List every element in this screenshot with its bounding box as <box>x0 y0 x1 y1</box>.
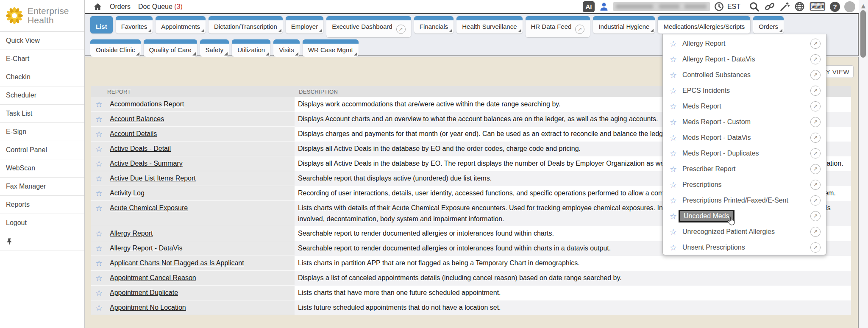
favorite-star-icon[interactable]: ☆ <box>670 54 677 65</box>
tab-executive-dashboard[interactable]: Executive Dashboard↗ <box>326 16 411 37</box>
sidebar-item-quick-view[interactable]: Quick View <box>0 32 84 50</box>
favorite-star-icon[interactable]: ☆ <box>670 101 677 112</box>
tab-quality-of-care[interactable]: Quality of Care <box>144 39 197 57</box>
open-report-icon[interactable]: ↗ <box>810 86 821 96</box>
favorite-star-icon[interactable]: ☆ <box>95 302 103 313</box>
report-link-applicant-charts-not-flagged-as-is-applicant[interactable]: Applicant Charts Not Flagged as Is Appli… <box>110 258 244 269</box>
menu-item-controlled-substances[interactable]: ☆Controlled Substances↗ <box>663 67 826 83</box>
tab-wr-case-mgmt[interactable]: WR Case Mgmt <box>303 39 359 57</box>
tab-appointments[interactable]: Appointments <box>156 16 206 33</box>
sidebar-item-scheduler[interactable]: Scheduler <box>0 86 84 105</box>
sidebar-item-reports[interactable]: Reports <box>0 196 84 214</box>
search-icon[interactable] <box>749 1 760 12</box>
report-link-active-deals-detail[interactable]: Active Deals - Detail <box>110 143 171 154</box>
clock-icon[interactable] <box>714 2 724 11</box>
pin-sidebar-button[interactable] <box>0 232 84 250</box>
avatar[interactable] <box>844 1 855 12</box>
favorite-star-icon[interactable]: ☆ <box>670 242 677 253</box>
favorite-star-icon[interactable]: ☆ <box>95 99 103 110</box>
sidebar-item-e-sign[interactable]: E-Sign <box>0 123 84 141</box>
menu-item-prescriptions-printed-faxed-e-sent[interactable]: ☆Prescriptions Printed/Faxed/E-Sent↗ <box>663 192 826 208</box>
favorite-star-icon[interactable]: ☆ <box>95 114 103 125</box>
favorite-star-icon[interactable]: ☆ <box>95 243 103 254</box>
open-report-icon[interactable]: ↗ <box>810 70 821 80</box>
tab-health-surveillance[interactable]: Health Surveillance <box>456 16 522 33</box>
open-report-icon[interactable]: ↗ <box>810 180 821 190</box>
scrollbar-thumb[interactable] <box>860 10 866 58</box>
report-link-active-deals-summary[interactable]: Active Deals - Summary <box>110 158 183 169</box>
tab-hr-data-feed[interactable]: HR Data Feed↗ <box>526 16 590 37</box>
open-report-icon[interactable]: ↗ <box>810 101 821 111</box>
favorite-star-icon[interactable]: ☆ <box>670 69 677 81</box>
open-report-icon[interactable]: ↗ <box>810 148 821 158</box>
tab-financials[interactable]: Financials <box>414 16 454 33</box>
ai-badge[interactable]: AI <box>583 1 595 12</box>
report-link-accommodations-report[interactable]: Accommodations Report <box>110 99 184 110</box>
favorite-star-icon[interactable]: ☆ <box>670 226 677 237</box>
menu-item-unrecognized-patient-allergies[interactable]: ☆Unrecognized Patient Allergies↗ <box>663 224 826 239</box>
favorite-star-icon[interactable]: ☆ <box>670 148 677 159</box>
favorite-star-icon[interactable]: ☆ <box>670 211 677 222</box>
favorite-star-icon[interactable]: ☆ <box>95 128 103 139</box>
favorite-star-icon[interactable]: ☆ <box>95 203 103 214</box>
menu-item-prescriptions[interactable]: ☆Prescriptions↗ <box>663 177 826 192</box>
report-link-active-due-list-items-report[interactable]: Active Due List Items Report <box>110 173 196 184</box>
report-link-allergy-report[interactable]: Allergy Report <box>110 228 153 239</box>
sidebar-item-checkin[interactable]: Checkin <box>0 68 84 86</box>
help-icon[interactable]: ? <box>830 2 840 12</box>
sidebar-item-fax-manager[interactable]: Fax Manager <box>0 178 84 196</box>
menu-item-meds-report-datavis[interactable]: ☆Meds Report - DataVis↗ <box>663 130 826 145</box>
menu-item-unsent-prescriptions[interactable]: ☆Unsent Prescriptions↗ <box>663 239 826 255</box>
open-report-icon[interactable]: ↗ <box>810 39 821 49</box>
tab-safety[interactable]: Safety <box>200 39 229 57</box>
menu-item-uncoded-meds[interactable]: ☆Uncoded Meds↗ <box>663 208 826 224</box>
report-link-appointment-no-location[interactable]: Appointment No Location <box>110 302 186 313</box>
menu-item-meds-report[interactable]: ☆Meds Report↗ <box>663 98 826 114</box>
favorite-star-icon[interactable]: ☆ <box>670 132 677 143</box>
favorite-star-icon[interactable]: ☆ <box>95 158 103 169</box>
open-report-icon[interactable]: ↗ <box>810 211 821 221</box>
menu-item-allergy-report-datavis[interactable]: ☆Allergy Report - DataVis↗ <box>663 51 826 67</box>
favorite-star-icon[interactable]: ☆ <box>95 188 103 199</box>
favorite-star-icon[interactable]: ☆ <box>95 228 103 239</box>
wand-icon[interactable] <box>779 1 790 12</box>
favorite-star-icon[interactable]: ☆ <box>95 258 103 269</box>
open-report-icon[interactable]: ↗ <box>810 242 821 253</box>
favorite-star-icon[interactable]: ☆ <box>95 143 103 154</box>
sidebar-item-logout[interactable]: Logout <box>0 214 84 232</box>
report-link-activity-log[interactable]: Activity Log <box>110 188 145 199</box>
favorite-star-icon[interactable]: ☆ <box>670 38 677 49</box>
favorite-star-icon[interactable]: ☆ <box>670 195 677 206</box>
open-report-icon[interactable]: ↗ <box>810 54 821 64</box>
user-icon[interactable] <box>599 2 609 12</box>
sidebar-item-webscan[interactable]: WebScan <box>0 159 84 178</box>
favorite-star-icon[interactable]: ☆ <box>95 272 103 284</box>
open-report-icon[interactable]: ↗ <box>810 133 821 143</box>
keyboard-icon[interactable]: ⌨ <box>809 2 826 12</box>
report-link-acute-chemical-exposure[interactable]: Acute Chemical Exposure <box>110 203 188 214</box>
vertical-scrollbar[interactable]: ▲ <box>859 0 868 328</box>
menu-item-epcs-incidents[interactable]: ☆EPCS Incidents↗ <box>663 83 826 98</box>
tab-visits[interactable]: Visits <box>273 39 300 57</box>
sidebar-item-e-chart[interactable]: E-Chart <box>0 50 84 68</box>
home-icon[interactable] <box>93 3 102 11</box>
tab-utilization[interactable]: Utilization <box>232 39 270 57</box>
scroll-up-arrow[interactable]: ▲ <box>859 3 868 9</box>
link-icon[interactable] <box>764 1 775 12</box>
tab-medications-allergies-scripts[interactable]: Medications/Allergies/Scripts <box>658 16 750 33</box>
sidebar-item-task-list[interactable]: Task List <box>0 105 84 123</box>
breadcrumb-doc-queue[interactable]: Doc Queue (3) <box>138 3 183 11</box>
app-logo[interactable]: Enterprise Health <box>0 0 84 32</box>
menu-item-meds-report-duplicates[interactable]: ☆Meds Report - Duplicates↗ <box>663 145 826 161</box>
favorite-star-icon[interactable]: ☆ <box>95 173 103 184</box>
tab-outside-clinic[interactable]: Outside Clinic <box>90 39 141 57</box>
open-report-icon[interactable]: ↗ <box>810 195 821 206</box>
report-link-appointment-cancel-reason[interactable]: Appointment Cancel Reason <box>110 272 196 284</box>
tab-list[interactable]: List <box>90 16 113 33</box>
menu-item-allergy-report[interactable]: ☆Allergy Report↗ <box>663 36 826 51</box>
open-report-icon[interactable]: ↗ <box>810 164 821 174</box>
report-link-appointment-duplicate[interactable]: Appointment Duplicate <box>110 287 178 298</box>
sidebar-item-control-panel[interactable]: Control Panel <box>0 141 84 159</box>
favorite-star-icon[interactable]: ☆ <box>670 117 677 128</box>
globe-icon[interactable] <box>794 1 805 12</box>
